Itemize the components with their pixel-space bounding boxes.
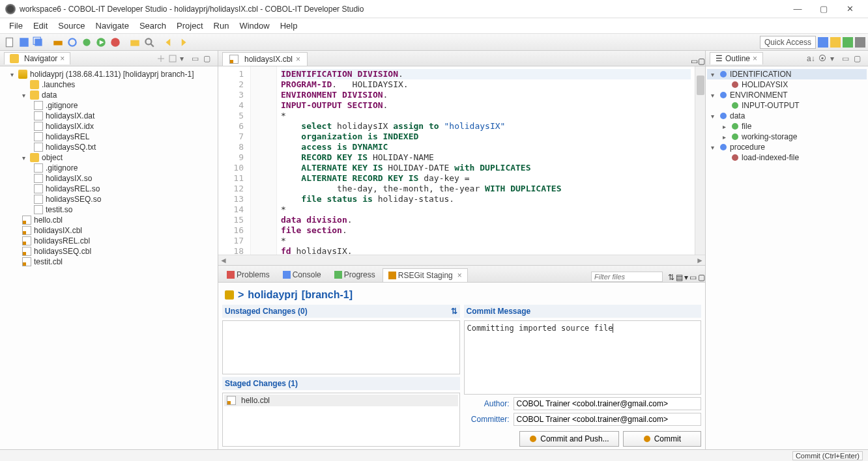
maximize-view-icon[interactable]: ▢ — [203, 54, 212, 63]
commit-message-input[interactable]: Committing imported source file — [464, 320, 702, 395]
outline-item[interactable]: HOLIDAYSIX — [707, 79, 867, 90]
outline-item[interactable]: ▾ data — [707, 111, 867, 121]
commit-and-push-button[interactable]: Commit and Push... — [519, 431, 618, 447]
tree-file-cbl[interactable]: hello.cbl — [1, 215, 216, 225]
menu-source[interactable]: Source — [53, 21, 90, 31]
perspective-git-icon[interactable] — [843, 37, 853, 48]
menu-search[interactable]: Search — [134, 21, 171, 31]
tab-menu-icon[interactable]: ▾ — [684, 273, 688, 282]
menu-project[interactable]: Project — [171, 21, 208, 31]
unstaged-list[interactable] — [222, 320, 460, 374]
tree-folder-launches[interactable]: .launches — [1, 79, 216, 90]
tab-console[interactable]: Console — [277, 268, 327, 282]
staged-file-row[interactable]: hello.cbl — [224, 395, 458, 406]
save-all-icon[interactable] — [33, 36, 44, 48]
menu-window[interactable]: Window — [234, 21, 274, 31]
tree-file-cbl[interactable]: holidaysIX.cbl — [1, 225, 216, 236]
code-content[interactable]: IDENTIFICATION DIVISION.PROGRAM-ID. HOLI… — [277, 66, 695, 255]
build-icon[interactable] — [52, 36, 64, 48]
perspective-debug-icon[interactable] — [830, 37, 841, 48]
maximize-editor-icon[interactable]: ▢ — [698, 57, 705, 66]
tab-sort-icon[interactable]: ⇅ — [668, 273, 674, 282]
staged-list[interactable]: hello.cbl — [222, 393, 460, 447]
tree-file[interactable]: testit.so — [1, 204, 216, 215]
tree-file[interactable]: .gitignore — [1, 163, 216, 173]
focus-icon[interactable]: ⦿ — [818, 54, 828, 63]
outline-item[interactable]: INPUT-OUTPUT — [707, 100, 867, 111]
debug-icon[interactable] — [81, 36, 93, 48]
outline-item[interactable]: ▾ ENVIRONMENT — [707, 90, 867, 100]
save-icon[interactable] — [18, 36, 30, 48]
tree-file[interactable]: holidaysIX.dat — [1, 111, 216, 121]
minimize-button[interactable]: — — [785, 0, 811, 18]
view-menu-icon[interactable]: ▾ — [180, 54, 189, 63]
outline-item[interactable]: ▾ procedure — [707, 142, 867, 152]
menu-edit[interactable]: Edit — [28, 21, 53, 31]
menu-file[interactable]: File — [4, 21, 28, 31]
folder-icon[interactable] — [129, 36, 141, 48]
tab-progress[interactable]: Progress — [328, 268, 381, 282]
minimize-editor-icon[interactable]: ▭ — [691, 57, 698, 66]
collapse-all-icon[interactable] — [168, 54, 177, 63]
tree-file[interactable]: .gitignore — [1, 100, 216, 111]
tree-project[interactable]: ▾holidayprj (138.68.41.131) [holidayprj … — [1, 69, 216, 79]
tab-rsegit-staging[interactable]: RSEGit Staging× — [383, 268, 468, 282]
filter-files-input[interactable] — [591, 272, 663, 282]
author-input[interactable] — [514, 397, 702, 410]
perspective-other-icon[interactable] — [855, 37, 865, 48]
quick-access[interactable]: Quick Access — [760, 36, 816, 49]
tree-file[interactable]: holidaysIX.idx — [1, 121, 216, 132]
outline-item[interactable]: ▸ working-storage — [707, 132, 867, 142]
menu-run[interactable]: Run — [209, 21, 235, 31]
sort-outline-icon[interactable]: a↓ — [807, 54, 816, 63]
tree-folder-data[interactable]: ▾data — [1, 90, 216, 100]
forward-icon[interactable] — [177, 36, 189, 48]
close-tab-icon[interactable]: × — [60, 54, 65, 63]
back-icon[interactable] — [163, 36, 175, 48]
run-icon[interactable] — [95, 36, 107, 48]
commit-button[interactable]: Commit — [623, 431, 701, 447]
tree-file[interactable]: holidaysSQ.txt — [1, 142, 216, 152]
tab-problems[interactable]: Problems — [221, 268, 276, 282]
tree-folder-object[interactable]: ▾object — [1, 152, 216, 163]
outline-tree[interactable]: ▾ IDENTIFICATION HOLIDAYSIX▾ ENVIRONMENT… — [706, 66, 868, 449]
minimize-outline-icon[interactable]: ▭ — [842, 54, 851, 63]
tree-file-cbl[interactable]: holidaysSEQ.cbl — [1, 246, 216, 257]
new-icon[interactable] — [4, 36, 16, 48]
tree-file[interactable]: holidaysSEQ.so — [1, 194, 216, 204]
maximize-button[interactable]: ▢ — [811, 0, 837, 18]
outline-item[interactable]: ▾ IDENTIFICATION — [707, 69, 867, 79]
committer-input[interactable] — [514, 413, 702, 426]
tree-file[interactable]: holidaysREL — [1, 132, 216, 142]
gear-icon[interactable] — [66, 36, 78, 48]
run-ext-icon[interactable] — [109, 36, 121, 48]
navigator-tab[interactable]: Navigator × — [4, 52, 70, 64]
perspective-cobol-icon[interactable] — [818, 37, 828, 48]
editor-tab[interactable]: holidaysIX.cbl × — [222, 52, 308, 66]
tree-file-cbl[interactable]: testit.cbl — [1, 257, 216, 267]
close-editor-icon[interactable]: × — [296, 55, 300, 64]
menu-navigate[interactable]: Navigate — [91, 21, 134, 31]
navigator-tree[interactable]: ▾holidayprj (138.68.41.131) [holidayprj … — [0, 66, 218, 449]
horizontal-scrollbar[interactable]: ◄► — [218, 255, 705, 265]
sort-icon[interactable]: ⇅ — [451, 307, 457, 316]
vertical-scrollbar[interactable] — [695, 66, 705, 255]
tab-columns-icon[interactable]: ▤ — [676, 273, 683, 282]
link-editor-icon[interactable] — [156, 54, 166, 63]
maximize-bottom-icon[interactable]: ▢ — [698, 273, 705, 282]
outline-item[interactable]: ▸ file — [707, 121, 867, 132]
tree-file[interactable]: holidaysREL.so — [1, 184, 216, 194]
tree-file[interactable]: holidaysIX.so — [1, 173, 216, 184]
close-button[interactable]: ✕ — [837, 0, 863, 18]
tree-file-cbl[interactable]: holidaysREL.cbl — [1, 236, 216, 246]
outline-tab[interactable]: ☰ Outline × — [710, 52, 763, 64]
close-outline-icon[interactable]: × — [753, 54, 757, 63]
outline-item[interactable]: load-indexed-file — [707, 152, 867, 163]
minimize-bottom-icon[interactable]: ▭ — [689, 273, 697, 282]
maximize-outline-icon[interactable]: ▢ — [854, 54, 863, 63]
menu-help[interactable]: Help — [275, 21, 303, 31]
minimize-view-icon[interactable]: ▭ — [192, 54, 201, 63]
code-editor[interactable]: 123456789101112131415161718 IDENTIFICATI… — [218, 66, 705, 255]
search-icon[interactable] — [143, 36, 155, 48]
outline-menu-icon[interactable]: ▾ — [830, 54, 839, 63]
